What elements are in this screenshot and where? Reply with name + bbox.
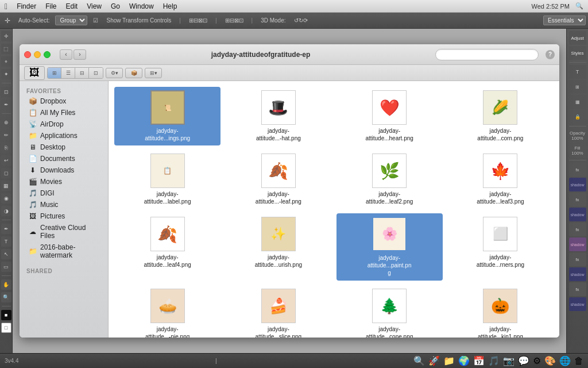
sidebar-item-music[interactable]: 🎵 Music — [22, 199, 106, 210]
tool-hand[interactable]: ✋ — [1, 279, 11, 290]
close-button[interactable] — [24, 51, 31, 58]
menu-edit[interactable]: Edit — [65, 2, 78, 10]
sidebar-item-dropbox[interactable]: 📦 Dropbox — [22, 95, 106, 107]
tool-gradient[interactable]: ▦ — [1, 181, 11, 191]
3d-mode-icons[interactable]: ↺↻⟳ — [292, 16, 310, 25]
dock-chrome-icon[interactable]: 🌐 — [559, 355, 571, 366]
tool-eraser[interactable]: ◻ — [1, 168, 11, 178]
fx-btn-4[interactable]: fx — [569, 252, 586, 266]
tool-path-select[interactable]: ↖ — [1, 249, 11, 259]
show-transform-checkbox[interactable]: ☑ — [91, 16, 100, 25]
dock-launchpad-icon[interactable]: 🚀 — [428, 355, 440, 366]
sidebar-item-desktop[interactable]: 🖥 Desktop — [22, 141, 106, 153]
shadow-2[interactable]: shadow — [569, 208, 586, 221]
file-item-hat[interactable]: 🎩 jadyday-attitude...-hat.png — [225, 87, 331, 145]
menu-window[interactable]: Window — [129, 2, 154, 10]
file-item-urish[interactable]: ✨ jadyday-attitude...urish.png — [225, 213, 331, 281]
menu-finder[interactable]: Finder — [17, 2, 36, 10]
file-item-leaf4[interactable]: 🍂 jadyday-attitude...leaf4.png — [114, 213, 220, 281]
file-item-pie[interactable]: 🥧 jadyday-attitude...-pie.png — [114, 285, 220, 338]
dock-finder-icon[interactable]: 🔍 — [413, 355, 425, 366]
forward-button[interactable]: › — [74, 49, 86, 60]
minimize-button[interactable] — [34, 51, 41, 58]
tool-crop[interactable]: ⊡ — [1, 87, 11, 97]
tool-blur[interactable]: ◉ — [1, 193, 11, 204]
file-item-slice[interactable]: 🍰 jadyday-attitude...slice.png — [225, 285, 331, 338]
tool-history-brush[interactable]: ↩ — [1, 155, 11, 166]
sidebar-item-movies[interactable]: 🎬 Movies — [22, 176, 106, 187]
tool-dodge[interactable]: ◑ — [1, 206, 11, 216]
tool-wand[interactable]: ✦ — [1, 69, 11, 79]
menu-help[interactable]: Help — [163, 2, 177, 10]
cover-flow-button[interactable]: ⊡ — [89, 68, 103, 78]
sidebar-item-applications[interactable]: 📁 Applications — [22, 130, 106, 141]
file-item-leaf[interactable]: 🍂 jadyday-attitude...-leaf.png — [225, 150, 331, 209]
shadow-3[interactable]: shadow — [569, 237, 586, 251]
fx-btn-2[interactable]: fx — [569, 193, 586, 206]
menu-view[interactable]: View — [87, 2, 102, 10]
sidebar-item-creative-cloud[interactable]: ☁ Creative Cloud Files — [22, 222, 106, 241]
toolbar-distribute-icons[interactable]: ⊞⊟⊠⊡ — [223, 16, 246, 25]
tool-brush[interactable]: ✏ — [1, 130, 11, 140]
shadow-1[interactable]: shadow — [569, 178, 586, 191]
fx-btn-1[interactable]: fx — [569, 163, 586, 177]
lock-btn[interactable]: 🔒 — [569, 110, 586, 124]
list-view-button[interactable]: ☰ — [61, 68, 75, 78]
dropbox-button[interactable]: 📦 — [125, 68, 142, 78]
swatches-btn[interactable]: ⊞ — [569, 80, 586, 94]
shadow-5[interactable]: shadow — [569, 297, 586, 311]
dock-music-icon[interactable]: 🎵 — [488, 355, 500, 366]
action-button[interactable]: ⚙▾ — [106, 68, 123, 78]
file-item-corn[interactable]: 🌽 jadyday-attitude...corn.png — [447, 87, 554, 145]
color-panel-btn[interactable]: T — [569, 65, 586, 79]
dock-photos-icon[interactable]: 📷 — [503, 355, 514, 366]
file-item-leaf3[interactable]: 🍁 jadyday-attitude...leaf3.png — [447, 150, 554, 209]
dock-trash-icon[interactable]: 🗑 — [574, 356, 583, 366]
gradients-btn[interactable]: ▦ — [569, 95, 586, 109]
arrange-button[interactable]: ⊞▾ — [145, 68, 162, 78]
icon-view-button[interactable]: ⊞ — [48, 68, 61, 78]
auto-select-dropdown[interactable]: Group Layer — [55, 16, 87, 25]
view-icon-button[interactable]: 🖼 — [24, 66, 45, 80]
search-input[interactable] — [435, 49, 539, 60]
dock-messages-icon[interactable]: 💬 — [518, 355, 529, 366]
tool-clone[interactable]: ⎘ — [1, 143, 11, 153]
menubar-search-icon[interactable]: 🔍 — [575, 2, 583, 10]
sidebar-item-all-my-files[interactable]: 📋 All My Files — [22, 107, 106, 118]
menu-go[interactable]: Go — [111, 2, 120, 10]
tool-type[interactable]: T — [1, 236, 11, 247]
tool-lasso[interactable]: ⌖ — [1, 56, 11, 67]
file-item-cone[interactable]: 🌲 jadyday-attitude...cone.png — [336, 285, 443, 338]
sidebar-item-downloads[interactable]: ⬇ Downloads — [22, 164, 106, 176]
file-item-paint[interactable]: 🌸 jadyday-attitude...paint.png — [336, 213, 443, 281]
file-item-heart[interactable]: ❤️ jadyday-attitude...heart.png — [336, 87, 443, 145]
sidebar-item-airdrop[interactable]: 📡 AirDrop — [22, 118, 106, 130]
adjust-panel-icon[interactable]: Adjust — [569, 31, 586, 45]
dock-files-icon[interactable]: 📁 — [443, 355, 455, 366]
help-button[interactable]: ? — [546, 50, 555, 59]
shadow-4[interactable]: shadow — [569, 267, 586, 281]
finder-content[interactable]: 📜 jadyday-attitude...ings.png 🎩 jadyday-… — [109, 81, 559, 338]
menu-file[interactable]: File — [45, 2, 56, 10]
back-button[interactable]: ‹ — [60, 49, 72, 60]
tool-zoom[interactable]: 🔍 — [1, 292, 11, 302]
dock-safari-icon[interactable]: 🌍 — [458, 355, 470, 366]
fx-btn-3[interactable]: fx — [569, 223, 586, 236]
file-item-leaf2[interactable]: 🌿 jadyday-attitude...leaf2.png — [336, 150, 443, 209]
file-item-label[interactable]: 📋 jadyday-attitude...label.png — [114, 150, 220, 209]
tool-shape[interactable]: ▭ — [1, 262, 11, 272]
column-view-button[interactable]: ⊟ — [75, 68, 89, 78]
toolbar-align-icons[interactable]: ⊞⊟⊠⊡ — [187, 16, 210, 25]
toolbar-move-tool[interactable]: ✛ — [2, 16, 13, 26]
file-item-rners[interactable]: ⬜ jadyday-attitude...rners.png — [447, 213, 554, 281]
sidebar-item-documents[interactable]: 📄 Documents — [22, 153, 106, 164]
essentials-dropdown[interactable]: Essentials — [543, 16, 586, 25]
file-item-kin1[interactable]: 🎃 jadyday-attitude...kin1.png — [447, 285, 554, 338]
sidebar-item-watermark[interactable]: 📁 2016-babe-watermark — [22, 241, 106, 261]
styles-panel-icon[interactable]: Styles — [569, 46, 586, 60]
tool-spot-heal[interactable]: ⊕ — [1, 117, 11, 128]
tool-pen[interactable]: ✒ — [1, 224, 11, 234]
maximize-button[interactable] — [44, 51, 51, 58]
file-item-ings[interactable]: 📜 jadyday-attitude...ings.png — [114, 87, 220, 145]
dock-ps-icon[interactable]: 🎨 — [544, 355, 556, 366]
